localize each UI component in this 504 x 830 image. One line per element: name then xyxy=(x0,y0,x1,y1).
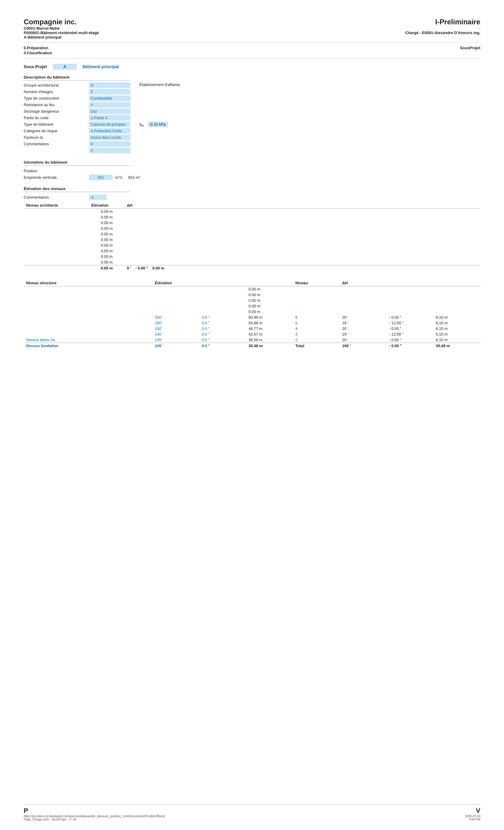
struct-e3-6: 60.96 m xyxy=(246,315,293,320)
elev-comments-value: # xyxy=(89,194,107,200)
elev-dh-2 xyxy=(125,214,480,220)
struct-dh3-3 xyxy=(434,298,480,303)
elev-row-2: 0.00 m xyxy=(24,214,480,220)
elev-row-4: 0.00 m xyxy=(24,226,480,231)
categorie-label: Catégorie de risque xyxy=(24,128,89,134)
struct-e3-8: 48.77 m xyxy=(246,326,293,331)
sous-projet-section: Sous-Projet A Bâtiment principal xyxy=(24,64,480,70)
struct-dh1-10: 20 ' xyxy=(340,337,387,343)
struct-e1-2 xyxy=(152,292,199,298)
struct-e1-4 xyxy=(152,303,199,309)
struct-e1-9: 140 ' xyxy=(152,331,199,337)
elev-elev-2: 0.00 m xyxy=(89,214,125,220)
struct-e2-5 xyxy=(199,309,246,315)
desc-row-commentaires: Commentaires # xyxy=(24,141,480,148)
struct-row-10: Dessus béton 2e 120 ' 0.0 " 36.58 m 2 20… xyxy=(24,337,480,343)
struct-n2-10: 2 xyxy=(293,337,340,343)
struct-dh2-4 xyxy=(387,303,434,309)
footer-left: P https://picobloc-my.sharepoint.com/per… xyxy=(24,807,165,821)
sous-projet-a-value: A xyxy=(53,64,77,70)
struct-dh1-8: 20 ' xyxy=(340,326,387,331)
struct-e3-11: 30.48 m xyxy=(246,343,293,349)
struct-dh1-11: 100 ' xyxy=(340,343,387,349)
struct-dh2-2 xyxy=(387,292,434,298)
etages-label: Nombre d'étages xyxy=(24,89,89,95)
desc-row-groupe: Groupe architectural D Établissement d'a… xyxy=(24,83,480,89)
charged-label: Chargé - E0001-Alexandre D'Amours ing. xyxy=(405,31,480,35)
struct-row-8: 160 ' 0.0 " 48.77 m 4 20 ' - 0.00 " 6.10… xyxy=(24,326,480,331)
desc-row-facteurs: Facteurs Iα Inclus dans comb. xyxy=(24,135,480,141)
desc-row-partie: Partie du code 1-Partie 4 xyxy=(24,115,480,122)
struct-row-6: 200 ' 0.0 " 60.96 m 6 20 ' - 0.00 " 6.10… xyxy=(24,315,480,320)
struct-e1-8: 160 ' xyxy=(152,326,199,331)
struct-dh1-6: 20 ' xyxy=(340,315,387,320)
facteurs-value: Inclus dans comb. xyxy=(89,135,130,140)
struct-e3-9: 42.67 m xyxy=(246,331,293,337)
extra-hash-label xyxy=(24,148,89,149)
struct-dh2-11: - 0.00 " xyxy=(387,343,434,349)
struct-dh3-5 xyxy=(434,309,480,315)
extra-hash-value: # xyxy=(89,148,130,153)
doc-title: I-Preliminaire xyxy=(405,18,480,26)
elev-elev-10: 0.00 m xyxy=(89,259,125,265)
struct-dh1-7: 19 ' xyxy=(340,320,387,326)
struct-n2-9: 3 xyxy=(293,331,340,337)
th-struct-elevation3 xyxy=(246,280,293,286)
elev-elev-6: 0.00 m xyxy=(89,237,125,243)
footer-v-letter: V xyxy=(465,807,480,815)
struct-e2-8: 0.0 " xyxy=(199,326,246,331)
struct-n2-7: 5 xyxy=(293,320,340,326)
struct-niveau-6 xyxy=(24,315,152,320)
struct-e3-3: 0.00 m xyxy=(246,298,293,303)
commentaires-label: Commentaires xyxy=(24,141,89,147)
struct-dh2-7: - 12.00 " xyxy=(387,320,434,326)
struct-dh2-1 xyxy=(387,286,434,292)
elev-row-7: 0.00 m xyxy=(24,243,480,248)
struct-dh3-7: 6.10 m xyxy=(434,320,480,326)
struct-n2-4 xyxy=(293,303,340,309)
footer-time: 8:06 PM xyxy=(465,818,480,821)
th-niveau-arch: Niveau architecte xyxy=(24,202,89,209)
struct-n2-6: 6 xyxy=(293,315,340,320)
sous-projet-bat-value: Bâtiment principal xyxy=(83,64,119,69)
building-name: A-Bâtiment principal xyxy=(24,35,405,39)
elev-table-header: Niveau architecte Élévation ΔH xyxy=(24,202,480,209)
struct-row-4: 0.00 m xyxy=(24,303,480,309)
struct-dh1-4 xyxy=(340,303,387,309)
empreinte-unit: m^2 xyxy=(115,175,122,180)
elev-dh-4 xyxy=(125,226,480,231)
page-footer: P https://picobloc-my.sharepoint.com/per… xyxy=(24,804,480,821)
struct-niveau-2 xyxy=(24,292,152,298)
struct-dh3-1 xyxy=(434,286,480,292)
elevation-table: Niveau architecte Élévation ΔH 0.00 m 0.… xyxy=(24,202,480,271)
struct-niveau-1 xyxy=(24,286,152,292)
struct-row-7: 180 ' 0.0 " 54.86 m 5 19 ' - 12.00 " 6.1… xyxy=(24,320,480,326)
company-name: Compagnie inc. xyxy=(24,18,405,26)
empreinte-unit2: 601 m² xyxy=(128,175,140,180)
struct-n2-2 xyxy=(293,292,340,298)
geometry-section: Géométrie du bâtiment Position Empreinte… xyxy=(24,160,480,181)
commentaires-value: # xyxy=(89,141,130,147)
struct-e1-7: 180 ' xyxy=(152,320,199,326)
structure-section: Niveau structure Élévation Niveau ΔH 0.0… xyxy=(24,280,480,349)
elevation-title: Élévation des niveaux xyxy=(24,187,130,192)
elev-dh-8 xyxy=(125,248,480,254)
struct-e2-11: 0.0 " xyxy=(199,343,246,349)
construction-label: Type de construction xyxy=(24,95,89,101)
struct-e3-5: 0.00 m xyxy=(246,309,293,315)
classification-row: 0.Classification xyxy=(24,51,480,55)
struct-n2-8: 4 xyxy=(293,326,340,331)
header-separator xyxy=(24,42,480,43)
struct-e3-4: 0.00 m xyxy=(246,303,293,309)
struct-dh3-6: 6.10 m xyxy=(434,315,480,320)
struct-dh1-5 xyxy=(340,309,387,315)
th-struct-niveau2: Niveau xyxy=(293,280,340,286)
etages-value: 5 xyxy=(89,89,130,95)
elev-row-5: 0.00 m xyxy=(24,231,480,237)
elev-dh-3 xyxy=(125,220,480,226)
struct-dh2-3 xyxy=(387,298,434,303)
struct-e2-2 xyxy=(199,292,246,298)
elev-elev-5: 0.00 m xyxy=(89,231,125,237)
struct-e1-6: 200 ' xyxy=(152,315,199,320)
struct-e3-7: 54.86 m xyxy=(246,320,293,326)
